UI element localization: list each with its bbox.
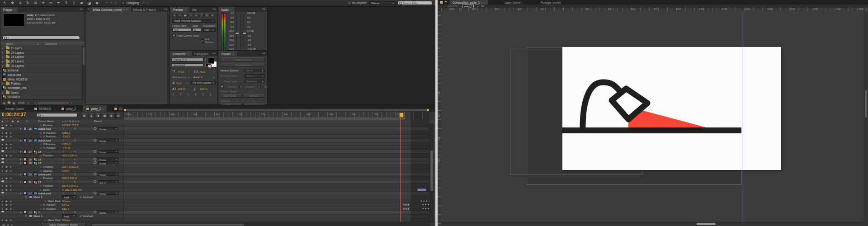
timeline-prop-maskpath[interactable]: ◂ ◆ ▸ Mask Path Shape... ∕ ✎ bbox=[0, 218, 435, 222]
guide-line-vertical[interactable] bbox=[742, 11, 742, 226]
visibility-eye-icon[interactable] bbox=[1, 192, 4, 193]
twirl-icon[interactable]: ▸ bbox=[20, 158, 21, 161]
time-navigator[interactable] bbox=[123, 108, 429, 112]
audio-button[interactable]: ♪ bbox=[199, 13, 204, 17]
keyframe-navigator[interactable]: ◂ ◆ ▸ bbox=[1, 203, 13, 207]
first-frame-button[interactable]: « bbox=[172, 13, 177, 17]
property-value[interactable]: ∞ 100,0,100,0% bbox=[62, 188, 82, 192]
timeline-layer-15[interactable]: ◂ ◆ ▸ ▾ 15 cubuk.psd ∕ ✎ None bbox=[0, 127, 435, 131]
timeline-track[interactable] bbox=[123, 188, 429, 191]
close-icon[interactable]: × bbox=[126, 8, 128, 11]
project-item-footage[interactable]: ▸ dikey_01185.tif bbox=[0, 77, 82, 82]
panel-menu-icon[interactable]: ▾≡ bbox=[211, 51, 217, 56]
timeline-track[interactable] bbox=[123, 214, 429, 217]
twirl-icon[interactable]: ▸ bbox=[2, 56, 5, 58]
timeline-track[interactable] bbox=[123, 165, 429, 168]
twirl-icon[interactable]: ▸ bbox=[2, 47, 5, 49]
label-color-swatch[interactable] bbox=[24, 180, 27, 184]
label-color-swatch[interactable] bbox=[29, 195, 32, 198]
tool-pencil[interactable]: ∕ bbox=[71, 0, 77, 6]
layer-switches[interactable]: ∕ ✎ bbox=[63, 161, 80, 165]
keyframe-navigator[interactable]: ◂ ◆ ▸ bbox=[1, 123, 13, 127]
color-depth-label[interactable]: 8 bpc bbox=[17, 101, 25, 104]
vertical-scale-value[interactable]: 100 % bbox=[178, 88, 185, 90]
comp-mini-flowchart-button[interactable]: ▤ bbox=[81, 113, 87, 118]
no-color-swatch[interactable] bbox=[208, 65, 212, 68]
zoom-in-view-icon[interactable]: ⤢ bbox=[142, 1, 145, 5]
toolbar-extra-icon[interactable]: ↱ bbox=[110, 1, 113, 5]
timeline-track[interactable] bbox=[123, 211, 429, 214]
tab-paragraph[interactable]: Paragraph bbox=[192, 51, 211, 56]
tab-info[interactable]: Info bbox=[189, 7, 199, 12]
breadcrumb-render[interactable]: RENDER bbox=[448, 5, 458, 8]
tool-text[interactable]: T bbox=[63, 0, 70, 6]
label-color-swatch[interactable] bbox=[24, 192, 27, 195]
delete-icon[interactable]: ▯ bbox=[28, 101, 29, 104]
timeline-track[interactable] bbox=[123, 150, 429, 153]
timeline-track[interactable] bbox=[123, 123, 429, 127]
timeline-track[interactable] bbox=[123, 176, 429, 179]
timeline-track[interactable] bbox=[123, 158, 429, 161]
toggle-switches-modes-button[interactable]: Toggle Switches / Modes bbox=[41, 223, 85, 226]
parent-header[interactable]: Parent bbox=[94, 120, 102, 122]
label-color-swatch[interactable] bbox=[29, 214, 32, 217]
tool-clone-stamp[interactable]: ◪ bbox=[86, 0, 93, 6]
track-rotation-checkbox[interactable] bbox=[239, 85, 242, 88]
timeline-prop-position[interactable]: ◂ ◆ ▸ Position 960,0,536,0 ∕ ✎ bbox=[0, 176, 435, 180]
property-value[interactable]: -510,9 bbox=[62, 135, 70, 138]
property-value[interactable]: 2814,1,540,2 bbox=[62, 184, 78, 188]
tab-composition[interactable]: Composition: yatay_1 ▾ × bbox=[450, 0, 488, 5]
hscrollbar[interactable] bbox=[38, 102, 69, 104]
property-value[interactable]: 1150,2 bbox=[62, 142, 70, 146]
comp-hscrollbar[interactable] bbox=[441, 222, 868, 226]
track-motion-button[interactable]: Track Motion bbox=[221, 63, 265, 67]
keyframe-navigator[interactable]: ◂ ◆ ▸ bbox=[1, 218, 13, 222]
current-time-indicator[interactable] bbox=[400, 117, 401, 222]
timeline-prop-yposition[interactable]: ◂ ◆ ▸ Y Position 535,7 ∕ ✎ bbox=[0, 207, 435, 211]
parent-select[interactable]: None bbox=[98, 173, 118, 176]
time-ruler[interactable]: 0:00s02s04s06s08s10s12s14s16s18s20s22s24… bbox=[123, 112, 430, 120]
track-camera-button[interactable]: Track Camera bbox=[221, 57, 265, 61]
edit-target-button[interactable]: Edit Target... bbox=[221, 94, 242, 98]
twirl-icon[interactable]: ▾ bbox=[25, 214, 27, 218]
mask-mode-select[interactable]: Add bbox=[62, 195, 76, 198]
motion-source-select[interactable]: None bbox=[245, 69, 265, 72]
property-value[interactable]: 960,0,536,0 bbox=[62, 176, 77, 180]
loop-button[interactable]: ↻ bbox=[205, 13, 209, 17]
timeline-prop-opacity[interactable]: ◂ ◆ ▸ Opacity 100% ∕ ✎ bbox=[0, 169, 435, 173]
last-frame-button[interactable]: » bbox=[194, 13, 198, 17]
tab-comp-yatay1[interactable]: yatay_1 × bbox=[83, 105, 107, 112]
parent-pickwhip-icon[interactable] bbox=[94, 127, 96, 130]
close-icon[interactable]: × bbox=[484, 1, 486, 4]
keyframe-navigator[interactable]: ◂ ◆ ▸ bbox=[1, 169, 13, 173]
comp-canvas[interactable] bbox=[562, 47, 781, 170]
new-composition-icon[interactable]: ▦ bbox=[13, 101, 15, 104]
tool-selection[interactable]: ↖ bbox=[1, 0, 8, 6]
timeline-layer-16[interactable]: ◂ ◆ ▸ ▾ 16 cubuk.psd ∕ ✎ None bbox=[0, 139, 435, 142]
horizontal-scale-value[interactable]: 100 % bbox=[200, 88, 208, 90]
close-icon[interactable]: × bbox=[232, 52, 234, 55]
layer-switches[interactable]: ∕ ✎ bbox=[63, 127, 80, 131]
timeline-prop-maskpath[interactable]: ◂ ◆ ▸ Mask Path Shape... ∕ ✎ bbox=[0, 199, 435, 203]
column-header-comment[interactable]: Comment bbox=[43, 42, 57, 45]
draft-3d-button[interactable]: ◮ bbox=[88, 113, 94, 118]
timeline-track[interactable] bbox=[123, 192, 429, 195]
ram-preview-button[interactable]: ⊳ bbox=[210, 13, 215, 17]
font-family-select[interactable]: Flama (TT) bbox=[172, 58, 203, 61]
keyframe-navigator[interactable]: ◂ ◆ ▸ bbox=[1, 188, 13, 192]
tab-comp-yatay2[interactable]: yatay_2 × bbox=[58, 105, 79, 112]
keyframe-navigator[interactable]: ◂ ◆ ▸ bbox=[1, 199, 13, 203]
property-value[interactable]: 1151,0 bbox=[62, 131, 70, 135]
project-item-folder[interactable]: ▸ Frames bbox=[0, 82, 82, 86]
keyframe-navigator[interactable]: ◂ ◆ ▸ bbox=[1, 154, 13, 157]
interpret-footage-icon[interactable]: ▤ bbox=[3, 101, 5, 104]
project-item-comp[interactable]: ▸ Kocaman_ofis bbox=[0, 86, 82, 90]
audio-slider-center[interactable] bbox=[240, 14, 241, 49]
timeline-track[interactable] bbox=[123, 180, 429, 184]
keyframe-navigator[interactable]: ◂ ◆ ▸ bbox=[1, 165, 13, 169]
label-color-swatch[interactable] bbox=[24, 158, 27, 161]
timeline-track[interactable] bbox=[123, 131, 429, 134]
timeline-track[interactable] bbox=[123, 203, 429, 206]
faux-styles-icons[interactable]: T T T T T T bbox=[172, 93, 214, 97]
fullscreen-icon[interactable]: ⛶ bbox=[147, 1, 149, 5]
